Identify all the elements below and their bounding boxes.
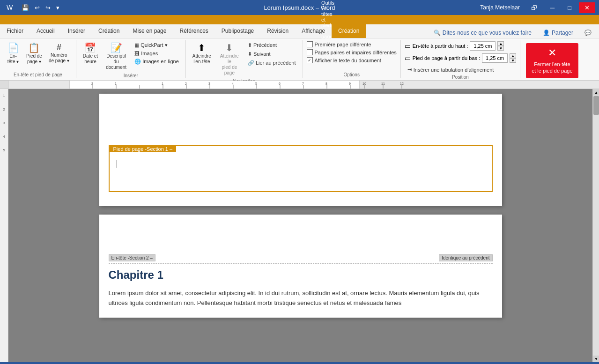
header-icon: 📄 xyxy=(7,43,19,52)
pages-paires-label: Pages paires et impaires différentes xyxy=(315,50,397,55)
svg-text:1: 1 xyxy=(115,82,117,85)
svg-text:2: 2 xyxy=(91,82,93,85)
afficher-texte-checkbox[interactable] xyxy=(307,57,313,63)
footer-section[interactable]: Pied de page -Section 1 – xyxy=(109,145,493,192)
afficher-texte-option[interactable]: Afficher le texte du document xyxy=(307,57,397,63)
group-options-label: Options xyxy=(307,71,397,77)
pages-paires-option[interactable]: Pages paires et impaires différentes xyxy=(307,49,397,55)
ribbon-group-entete-content: 📄 En-tête ▾ 📋 Pied depage ▾ # Numérode p… xyxy=(4,41,72,71)
comments-button[interactable]: 💬 xyxy=(581,28,595,38)
close-header-icon: ✕ xyxy=(548,47,556,59)
inserer-col: ▦ QuickPart ▾ 🖼 Images 🌐 Images en ligne xyxy=(132,41,182,66)
undo-button[interactable]: ↩ xyxy=(32,3,42,13)
close-window-button[interactable]: ✕ xyxy=(579,2,595,13)
pied-bas-icon: ▭ xyxy=(405,54,411,62)
descriptif-button[interactable]: 📝 Descriptif dudocument xyxy=(102,41,131,72)
atteindre-entete-button[interactable]: ⬆ Atteindrel'en-tête xyxy=(190,41,214,67)
svg-text:1: 1 xyxy=(162,82,163,85)
footer-icon: 📋 xyxy=(28,43,40,52)
tab-mise-en-page[interactable]: Mise en page xyxy=(126,24,173,38)
fermer-label: Fermer l'en-têteet le pied de page xyxy=(532,61,572,74)
username-label: Tanja Metselaar xyxy=(480,4,520,11)
ribbon-group-position: ▭ En-tête à partir du haut : ▲ ▼ ▭ Pied … xyxy=(401,40,520,78)
group-entete-label: En-tête et pied de page xyxy=(4,71,72,77)
page-1: Pied de page -Section 1 – xyxy=(99,94,502,206)
scroll-up-button[interactable]: ▲ xyxy=(593,89,599,96)
ribbon-group-fermer-content: ✕ Fermer l'en-têteet le pied de page xyxy=(524,41,580,80)
entete-haut-up[interactable]: ▲ xyxy=(497,41,504,46)
fermer-entete-button[interactable]: ✕ Fermer l'en-têteet le pied de page xyxy=(526,43,578,78)
text-cursor xyxy=(117,160,117,168)
svg-text:6: 6 xyxy=(279,82,281,85)
entete-haut-input[interactable] xyxy=(470,41,495,51)
save-button[interactable]: 💾 xyxy=(19,3,31,13)
pied-bas-down[interactable]: ▼ xyxy=(510,58,516,63)
tab-references[interactable]: Références xyxy=(173,24,214,38)
inserer-tab-button[interactable]: ⇥ Insérer une tabulation d'alignement xyxy=(405,66,497,74)
entete-haut-down[interactable]: ▼ xyxy=(497,46,504,51)
scroll-down-button[interactable]: ▼ xyxy=(593,356,599,362)
tab-accueil[interactable]: Accueil xyxy=(30,24,61,38)
tab-affichage[interactable]: Affichage xyxy=(295,24,332,38)
svg-text:12: 12 xyxy=(400,82,404,85)
restore-button[interactable]: 🗗 xyxy=(525,2,543,13)
entete-haut-icon: ▭ xyxy=(405,42,411,50)
pages-paires-checkbox[interactable] xyxy=(307,49,313,55)
quick-access-dropdown[interactable]: ▾ xyxy=(54,3,62,13)
tab-fichier[interactable]: Fichier xyxy=(0,24,30,38)
scroll-track[interactable] xyxy=(593,96,599,356)
tab-publipostage[interactable]: Publipostage xyxy=(215,24,260,38)
scroll-thumb[interactable] xyxy=(593,96,599,115)
group-position-label: Position xyxy=(405,74,516,80)
premiere-page-checkbox[interactable] xyxy=(307,41,313,47)
redo-button[interactable]: ↪ xyxy=(43,3,53,13)
images-enligne-button[interactable]: 🌐 Images en ligne xyxy=(132,58,182,66)
ribbon-group-inserer: 📅 Date etheure 📝 Descriptif dudocument ▦… xyxy=(76,40,186,78)
numero-page-button[interactable]: # Numérode page ▾ xyxy=(46,41,72,66)
tell-me-button[interactable]: 🔍 En-tête à partir du haut : Dites-nous … xyxy=(430,28,535,38)
lier-button[interactable]: 🔗 Lier au précédent xyxy=(245,59,299,67)
pied-bas-up[interactable]: ▲ xyxy=(510,53,516,58)
page-2: En-tête -Section 2 – Identique au précéd… xyxy=(99,215,502,318)
ruler-mark-2: 2 xyxy=(3,107,5,111)
ribbon-right-area: 🔍 En-tête à partir du haut : Dites-nous … xyxy=(430,28,599,38)
atteindre-pied-button[interactable]: ⬇ Atteindre lepied de page xyxy=(215,41,244,78)
maximize-button[interactable]: □ xyxy=(562,2,577,13)
svg-text:3: 3 xyxy=(208,82,210,85)
page-1-bottom xyxy=(99,192,502,206)
left-ruler: 1 2 3 4 5 xyxy=(0,89,8,362)
partager-button[interactable]: 👤 Partager xyxy=(539,28,577,38)
pied-bas-input[interactable] xyxy=(482,53,508,63)
tab-revision[interactable]: Révision xyxy=(260,24,295,38)
svg-text:11: 11 xyxy=(381,82,385,85)
vertical-scrollbar[interactable]: ▲ ▼ xyxy=(592,89,599,362)
tab-creation-header[interactable]: Création xyxy=(332,24,366,38)
ribbon-group-options: Première page différente Pages paires et… xyxy=(303,40,401,78)
date-heure-button[interactable]: 📅 Date etheure xyxy=(80,41,101,67)
images-button[interactable]: 🖼 Images xyxy=(132,50,182,57)
svg-text:7: 7 xyxy=(302,82,304,85)
ribbon-group-fermer: ✕ Fermer l'en-têteet le pied de page Fer… xyxy=(520,40,584,78)
document-area[interactable]: Pied de page -Section 1 – En-tête -Secti… xyxy=(8,89,592,362)
tab-creation-doc[interactable]: Création xyxy=(92,24,126,38)
tab-inserer[interactable]: Insérer xyxy=(61,24,92,38)
header-identical-label: Identique au précédent xyxy=(439,254,492,261)
pied-bas-spin: ▲ ▼ xyxy=(510,53,516,63)
pied-page-button[interactable]: 📋 Pied depage ▾ xyxy=(23,41,45,67)
ribbon-group-navigation: ⬆ Atteindrel'en-tête ⬇ Atteindre lepied … xyxy=(186,40,303,78)
ruler-mark-1: 1 xyxy=(3,94,5,98)
quickpart-button[interactable]: ▦ QuickPart ▾ xyxy=(132,41,182,49)
premiere-page-option[interactable]: Première page différente xyxy=(307,41,397,47)
ruler-mark-5: 5 xyxy=(3,148,5,152)
chapter-body: Lorem ipsum dolor sit amet, consectetur … xyxy=(109,289,493,308)
precedent-button[interactable]: ⬆ Précédent xyxy=(245,41,299,49)
svg-text:10: 10 xyxy=(362,82,366,85)
minimize-button[interactable]: ─ xyxy=(545,2,560,13)
goto-header-icon: ⬆ xyxy=(198,43,206,52)
descriptif-icon: 📝 xyxy=(111,43,122,52)
page-number-icon: # xyxy=(57,43,61,52)
entete-button[interactable]: 📄 En-tête ▾ xyxy=(4,41,22,67)
svg-text:2: 2 xyxy=(185,82,187,85)
context-tool-bar: Outils En-têtes et pieds de page xyxy=(0,15,599,24)
suivant-button[interactable]: ⬇ Suivant xyxy=(245,50,299,58)
